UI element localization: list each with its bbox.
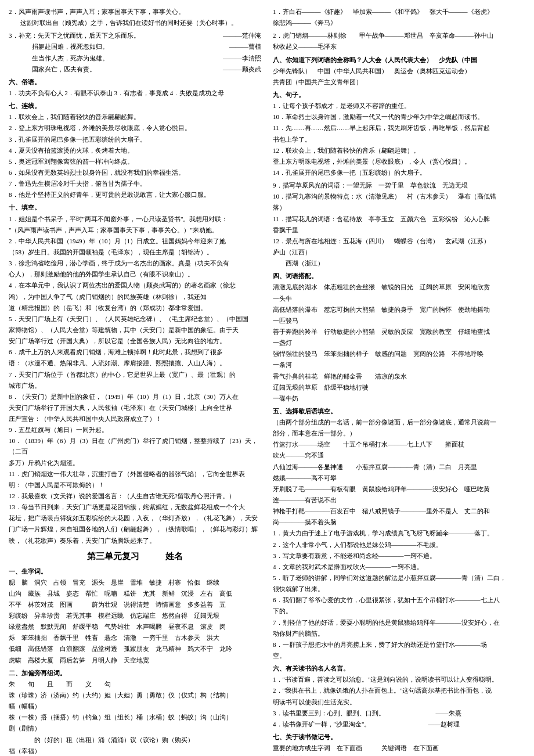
item-3: 3．补充：先天下之忧而忧，后天下之乐而乐。———范仲淹 捐躯赴国难，视死忽如归。… (9, 30, 261, 74)
page-container: 2．风声雨声读书声，声声入耳；家事国事天下事，事事关心。 这副对联出自（顾宪成）… (9, 6, 525, 756)
right-section-6: 六、有关读书的名人名言。 1．"书读百遍，善读之可以治愈。"这是刘向说的，说明读… (273, 663, 525, 729)
right-item-2: 2．虎门销烟———林则徐 甲午战争———邓世昌 辛亥革命———孙中山 秋收起义—… (273, 30, 525, 52)
section-10: 十、填空。 1．姐姐是个书呆子，平时"两耳不闻窗外事，一心只读圣贤书"。我想用对… (9, 202, 261, 545)
section-paici: 二、加偏旁再组词。 朱 旬 且 而 义 勾 珠（珍珠）济（济南）约（大约）妲（大… (9, 668, 261, 756)
right-section-4: 四、词语搭配。 清澈见底的湖水 体态粗壮的金丝猴 敏锐的目光 辽阔的草原 安闲地… (273, 271, 525, 404)
section-3-title: 第三单元复习 姓名 (9, 549, 261, 564)
right-section-7-read: 七、关于读书做记号。 重要的地方或生字词 在下面画 关键词语 在下面画 对某些内… (273, 732, 525, 756)
right-section-9: 九、句子。 1．让每个孩子都成才，是老师又不容辞的重任。 10．革命烈士以身许国… (273, 89, 525, 178)
section-7: 七、连线。 1．联欢会上，我们随着轻快的音乐翩翩起舞。 2．登上东方明珠电视塔，… (9, 100, 261, 200)
item-2: 2．风声雨声读书声，声声入耳；家事国事天下事，事事关心。 这副对联出自（顾宪成）… (9, 6, 261, 28)
right-section-5: 五、选择歇后语填空。 （由两个部分组成的一名话，前一部分像谜面，后一部分像谜底，… (273, 406, 525, 661)
right-section-8: 八、你知道下列词语的全称吗？人大会（人民代表大会） 少先队（中国 少年先锋队） … (273, 55, 525, 87)
section-6: 六、俗语。 1．功夫不负有心人 2．有眼不识泰山 3．有志者，事竟成 4．失败是… (9, 77, 261, 98)
right-column: 1．齐白石———《虾趣》 毕加索———《和平鸽》 张大千———《老虎》 徐悲鸿—… (273, 6, 525, 756)
section-shengzi: 一、生字词。 腮 脑 洞穴 占领 冒充 源头 悬崖 雪堆 敏捷 村寨 恰似 继续… (9, 566, 261, 665)
right-item-9: 9．描写草原风光的词语：一望无际 一碧千里 草色欲流 无边无垠 10．描写九寨沟… (273, 180, 525, 268)
right-item-1: 1．齐白石———《虾趣》 毕加索———《和平鸽》 张大千———《老虎》 徐悲鸿—… (273, 6, 525, 28)
left-column: 2．风声雨声读书声，声声入耳；家事国事天下事，事事关心。 这副对联出自（顾宪成）… (9, 6, 261, 756)
